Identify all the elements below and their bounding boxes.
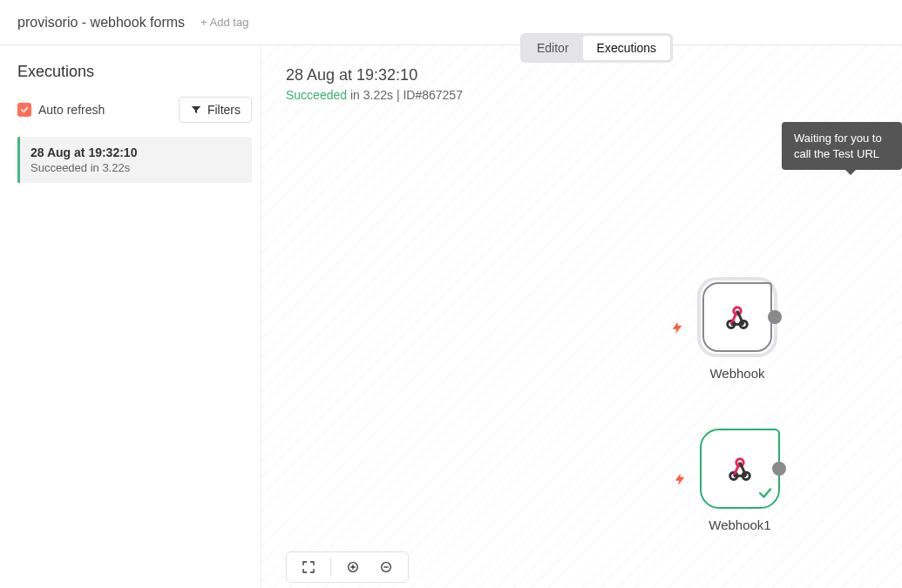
summary-id: ID#867257 xyxy=(403,88,463,102)
summary-status-line: Succeeded in 3.22s | ID#867257 xyxy=(286,88,463,102)
execution-timestamp: 28 Aug at 19:32:10 xyxy=(31,145,241,159)
test-url-tooltip: Waiting for you to call the Test URL xyxy=(782,122,902,170)
add-tag-button[interactable]: + Add tag xyxy=(200,16,248,29)
workflow-title[interactable]: provisorio - webhook forms xyxy=(17,15,185,30)
node-label: Webhook1 xyxy=(695,517,784,532)
execution-summary: 28 Aug at 19:32:10 Succeeded in 3.22s | … xyxy=(286,66,463,102)
node-label: Webhook xyxy=(693,366,782,381)
zoom-in-icon xyxy=(346,560,360,574)
node-webhook[interactable]: Webhook xyxy=(693,277,782,381)
node-output-port[interactable] xyxy=(772,462,786,476)
header: provisorio - webhook forms + Add tag xyxy=(0,0,902,45)
filters-button[interactable]: Filters xyxy=(179,97,252,123)
zoom-out-button[interactable] xyxy=(373,558,399,577)
zoom-out-icon xyxy=(379,560,393,574)
fit-view-button[interactable] xyxy=(295,558,322,577)
filter-icon xyxy=(190,104,202,116)
tab-executions[interactable]: Executions xyxy=(583,36,670,60)
summary-duration: in 3.22s xyxy=(347,88,393,102)
execution-status: Succeeded in 3.22s xyxy=(31,161,241,174)
sidebar-title: Executions xyxy=(17,63,252,81)
editor-executions-tabs: Editor Executions xyxy=(520,33,673,63)
bolt-icon xyxy=(673,470,687,491)
auto-refresh-toggle[interactable]: Auto refresh xyxy=(17,103,105,117)
canvas-toolbar xyxy=(286,551,409,583)
zoom-in-button[interactable] xyxy=(340,558,366,577)
webhook-icon xyxy=(723,452,756,485)
tab-editor[interactable]: Editor xyxy=(523,36,583,60)
webhook-icon xyxy=(721,301,754,334)
execution-item[interactable]: 28 Aug at 19:32:10 Succeeded in 3.22s xyxy=(17,137,252,183)
fit-icon xyxy=(302,560,315,574)
node-output-port[interactable] xyxy=(768,310,782,324)
executions-sidebar: Executions Auto refresh Filters 28 Aug a… xyxy=(0,45,261,588)
workflow-canvas[interactable]: 28 Aug at 19:32:10 Succeeded in 3.22s | … xyxy=(261,45,902,588)
auto-refresh-label: Auto refresh xyxy=(38,103,105,117)
filters-label: Filters xyxy=(207,103,241,117)
checkbox-icon xyxy=(17,103,31,117)
node-webhook1[interactable]: Webhook1 xyxy=(695,429,784,532)
summary-timestamp: 28 Aug at 19:32:10 xyxy=(286,66,463,84)
check-icon xyxy=(757,485,773,504)
summary-status: Succeeded xyxy=(286,88,347,102)
bolt-icon xyxy=(670,318,684,340)
